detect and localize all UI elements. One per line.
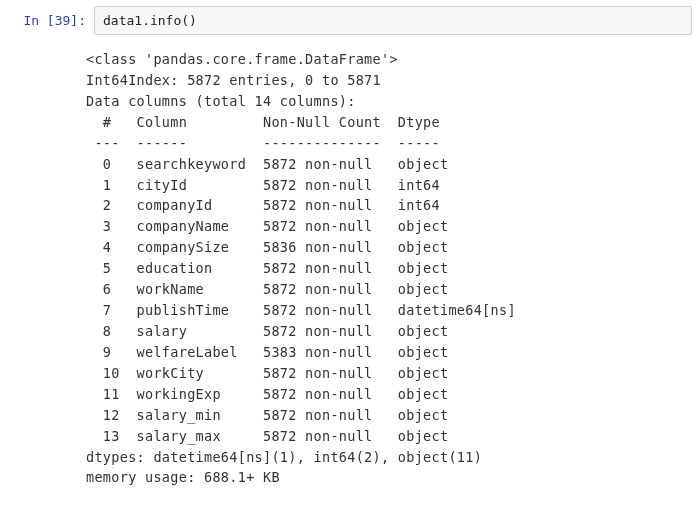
output-cell: <class 'pandas.core.frame.DataFrame'> In… [0, 45, 700, 498]
input-prompt: In [39]: [8, 6, 94, 35]
input-cell: In [39]: data1.info() [0, 0, 700, 45]
code-text: data1.info() [103, 13, 197, 28]
code-input[interactable]: data1.info() [94, 6, 692, 35]
output-prompt [8, 45, 86, 488]
output-area: <class 'pandas.core.frame.DataFrame'> In… [86, 45, 692, 488]
in-label: In [23, 13, 46, 28]
exec-count: [39]: [47, 13, 86, 28]
